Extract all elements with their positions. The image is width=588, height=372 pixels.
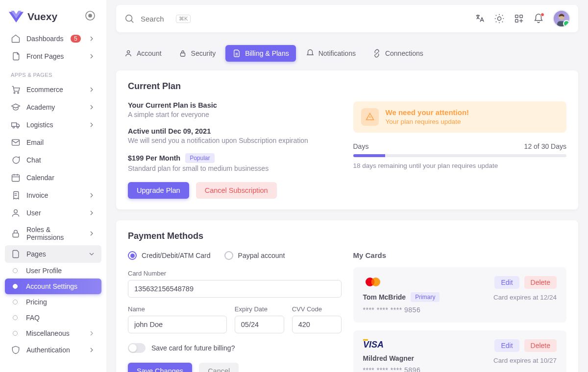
save-card-switch[interactable] — [128, 343, 146, 353]
user-avatar[interactable] — [553, 10, 570, 27]
svg-text:VISA: VISA — [363, 340, 384, 349]
warning-icon — [361, 108, 379, 126]
chevron-right-icon — [88, 209, 96, 217]
file-icon — [11, 249, 21, 259]
tab-account[interactable]: Account — [117, 45, 169, 62]
nav-auth[interactable]: Authentication — [5, 341, 101, 359]
tab-security[interactable]: Security — [172, 45, 223, 62]
upgrade-plan-button[interactable]: Upgrade Plan — [128, 182, 189, 199]
home-icon — [11, 34, 21, 44]
svg-point-1 — [89, 14, 92, 17]
nav-label: Academy — [26, 103, 55, 111]
notification-dot — [540, 13, 544, 17]
brand-row: Vuexy — [5, 7, 101, 30]
plan-price: $199 Per Month — [128, 154, 180, 162]
nav-label: Account Settings — [26, 282, 77, 290]
tab-notifications[interactable]: Notifications — [299, 45, 363, 62]
edit-card-button[interactable]: Edit — [494, 339, 519, 352]
radio-label: Credit/Debit/ATM Card — [142, 252, 211, 259]
nav-logistics[interactable]: Logistics — [5, 116, 101, 134]
chevron-right-icon — [88, 230, 96, 237]
cvv-label: CVV Code — [292, 305, 342, 313]
nav-misc[interactable]: Miscellaneous — [5, 326, 101, 341]
attention-alert: We need your attention! Your plan requir… — [353, 101, 567, 133]
nav-pages[interactable]: Pages — [5, 245, 101, 263]
alert-title: We need your attention! — [386, 108, 469, 116]
nav-calendar[interactable]: Calendar — [5, 169, 101, 186]
cvv-input[interactable] — [292, 316, 342, 333]
edit-card-button[interactable]: Edit — [494, 276, 519, 289]
bullet-icon — [13, 284, 18, 289]
main-content: ⌘K Account Security Billing & Plans Noti… — [106, 0, 588, 372]
card-expiry-text: Card expires at 10/27 — [493, 357, 557, 364]
nav-label: Ecommerce — [26, 86, 63, 93]
card-title: Payment Methods — [128, 231, 566, 241]
sidebar-collapse-icon[interactable] — [83, 10, 98, 23]
plan-desc: A simple start for everyone — [128, 111, 342, 118]
nav-user-profile[interactable]: User Profile — [5, 263, 101, 279]
my-cards-heading: My Cards — [353, 251, 567, 259]
nav-user[interactable]: User — [5, 204, 101, 222]
nav-label: Roles & Permissions — [26, 226, 82, 241]
bell-icon[interactable] — [533, 13, 544, 24]
nav-label: User — [26, 209, 41, 217]
plan-price-desc: Standard plan for small to medium busine… — [128, 164, 342, 172]
nav-invoice[interactable]: Invoice — [5, 186, 101, 204]
name-label: Name — [128, 305, 227, 313]
svg-point-5 — [13, 126, 14, 128]
expiry-input[interactable] — [235, 316, 284, 333]
radio-paypal[interactable]: Paypal account — [224, 251, 285, 260]
truck-icon — [11, 120, 21, 130]
svg-rect-17 — [557, 21, 566, 26]
tab-label: Billing & Plans — [245, 49, 289, 57]
nav-label: Email — [26, 139, 44, 146]
saved-card: VISA Mildred Wagner **** **** **** 5896 … — [353, 330, 567, 372]
nav-front-pages[interactable]: Front Pages — [5, 47, 101, 65]
nav-label: FAQ — [26, 314, 40, 322]
theme-icon[interactable] — [494, 13, 505, 24]
nav-roles[interactable]: Roles & Permissions — [5, 222, 101, 245]
save-changes-button[interactable]: Save Changes — [128, 363, 192, 372]
user-icon — [11, 208, 21, 218]
popular-chip: Popular — [185, 153, 214, 163]
tab-billing[interactable]: Billing & Plans — [225, 45, 296, 62]
delete-card-button[interactable]: Delete — [524, 339, 557, 352]
chevron-right-icon — [88, 346, 96, 354]
nav-faq[interactable]: FAQ — [5, 310, 101, 326]
days-note: 18 days remaining until your plan requir… — [353, 162, 567, 169]
svg-rect-14 — [520, 15, 523, 18]
cancel-button[interactable]: Cancel — [199, 363, 239, 372]
tab-connections[interactable]: Connections — [366, 45, 430, 62]
search-wrap[interactable]: ⌘K — [124, 13, 467, 24]
search-input[interactable] — [141, 15, 170, 23]
nav-dashboards[interactable]: Dashboards 5 — [5, 30, 101, 47]
settings-tabs: Account Security Billing & Plans Notific… — [117, 45, 577, 62]
nav-academy[interactable]: Academy — [5, 98, 101, 116]
chevron-right-icon — [88, 191, 96, 199]
delete-card-button[interactable]: Delete — [524, 276, 557, 289]
nav-label: Miscellaneous — [26, 329, 70, 337]
name-input[interactable] — [128, 316, 227, 333]
cancel-subscription-button[interactable]: Cancel Subscription — [196, 182, 277, 199]
svg-rect-4 — [12, 123, 17, 127]
nav-label: Front Pages — [26, 52, 64, 60]
nav-chat[interactable]: Chat — [5, 151, 101, 169]
nav-label: Dashboards — [26, 35, 64, 43]
card-holder-name: Tom McBride — [363, 293, 406, 301]
card-number-input[interactable] — [128, 280, 342, 298]
nav-pricing[interactable]: Pricing — [5, 294, 101, 310]
nav-account-settings[interactable]: Account Settings — [5, 279, 101, 294]
plan-status: We need your attention! Your plan requir… — [353, 101, 567, 199]
svg-rect-19 — [180, 53, 185, 56]
radio-card[interactable]: Credit/Debit/ATM Card — [128, 251, 211, 260]
sidebar: Vuexy Dashboards 5 Front Pages APPS & PA… — [0, 0, 106, 372]
nav-ecommerce[interactable]: Ecommerce — [5, 81, 101, 98]
apps-icon[interactable] — [514, 13, 524, 24]
radio-circle-icon — [128, 251, 137, 260]
search-kbd: ⌘K — [176, 15, 191, 23]
bullet-icon — [13, 300, 18, 304]
plan-active-until: Active until Dec 09, 2021 — [128, 127, 342, 135]
nav-email[interactable]: Email — [5, 134, 101, 151]
language-icon[interactable] — [474, 13, 485, 24]
chevron-down-icon — [88, 250, 96, 258]
